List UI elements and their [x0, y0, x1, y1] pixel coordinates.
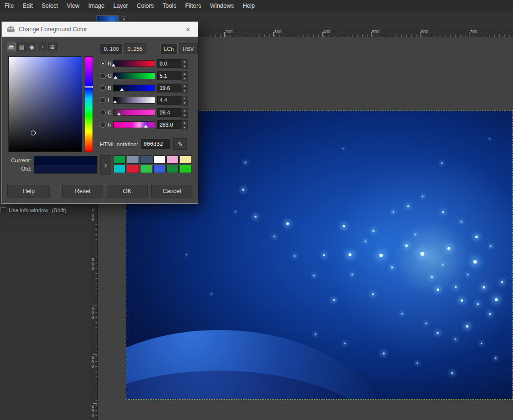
hue-label: h	[108, 122, 113, 128]
range-0-100-button[interactable]: 0..100	[100, 43, 123, 54]
spinner-down-icon[interactable]: ▼	[181, 101, 188, 106]
menu-file[interactable]: File	[0, 1, 18, 11]
reset-button[interactable]: Reset	[62, 185, 103, 198]
history-swatch[interactable]	[140, 165, 152, 173]
menu-windows[interactable]: Windows	[206, 1, 238, 11]
spinner-up-icon[interactable]: ▲	[181, 84, 188, 88]
history-swatch[interactable]	[166, 155, 179, 164]
history-swatch[interactable]	[114, 165, 126, 173]
history-swatch[interactable]	[153, 155, 165, 164]
spinner-down-icon[interactable]: ▼	[181, 88, 188, 93]
add-to-history-button[interactable]: ›	[100, 155, 111, 175]
slider-marker[interactable]	[114, 76, 117, 79]
lightness-value-field[interactable]: 4.4	[157, 96, 181, 105]
hsv-button[interactable]: HSV	[179, 43, 198, 54]
history-swatch[interactable]	[114, 155, 126, 164]
lightness-slider[interactable]	[113, 97, 155, 104]
glow-dot	[294, 255, 295, 257]
cmyk-selector-icon[interactable]: ▤	[17, 43, 26, 51]
ok-button[interactable]: OK	[107, 185, 148, 198]
glow-dot	[344, 343, 346, 344]
red-slider[interactable]	[113, 60, 155, 67]
hue-slider[interactable]	[113, 121, 155, 128]
spinner-down-icon[interactable]: ▼	[181, 76, 188, 81]
menu-filters[interactable]: Filters	[181, 1, 206, 11]
dialog-titlebar[interactable]: Change Foreground Color ✕	[2, 22, 198, 37]
spinner-up-icon[interactable]: ▲	[181, 71, 188, 76]
blue-value-field[interactable]: 19.6	[157, 84, 181, 92]
spinner-down-icon[interactable]: ▼	[181, 113, 188, 118]
cancel-button[interactable]: Cancel	[151, 185, 192, 198]
glow-dot	[422, 196, 423, 197]
menu-select[interactable]: Select	[37, 1, 62, 11]
use-info-window-checkbox[interactable]	[0, 207, 6, 213]
chroma-radio[interactable]	[100, 110, 106, 115]
red-spinner[interactable]: ▲▼	[181, 59, 188, 68]
slider-marker[interactable]	[113, 100, 117, 103]
menu-colors[interactable]: Colors	[133, 1, 159, 11]
glow-dot	[441, 162, 443, 164]
hue-radio[interactable]	[100, 122, 106, 128]
watercolor-selector-icon[interactable]: ◉	[27, 43, 36, 51]
menu-help[interactable]: Help	[238, 1, 259, 11]
spinner-up-icon[interactable]: ▲	[181, 59, 188, 64]
range-0-255-button[interactable]: 0..255	[124, 43, 147, 54]
gimp-selector-icon[interactable]	[7, 43, 16, 51]
menu-tools[interactable]: Tools	[158, 1, 181, 11]
history-swatch[interactable]	[127, 165, 139, 173]
glow-dot	[405, 244, 408, 247]
color-position-marker[interactable]	[31, 131, 36, 135]
green-value-field[interactable]: 5.1	[157, 71, 181, 80]
blue-radio[interactable]	[100, 85, 106, 91]
hue-strip[interactable]	[85, 56, 93, 152]
palette-selector-icon[interactable]: ⊞	[48, 43, 57, 51]
history-swatch[interactable]	[127, 155, 139, 164]
dialog-close-icon[interactable]: ✕	[184, 26, 193, 33]
history-swatch[interactable]	[180, 155, 192, 164]
menu-image[interactable]: Image	[84, 1, 109, 11]
hue-marker[interactable]	[85, 86, 93, 88]
menu-view[interactable]: View	[62, 1, 84, 11]
green-spinner[interactable]: ▲▼	[181, 71, 188, 80]
current-old-swatch	[34, 156, 97, 174]
help-button[interactable]: Help	[7, 185, 50, 198]
color-picker-button[interactable]: ✎	[173, 138, 187, 150]
green-radio[interactable]	[100, 73, 106, 79]
history-swatch[interactable]	[166, 165, 179, 173]
html-notation-input[interactable]	[141, 139, 170, 149]
spinner-down-icon[interactable]: ▼	[181, 64, 188, 69]
chroma-spinner[interactable]: ▲▼	[181, 108, 188, 117]
green-slider[interactable]	[113, 72, 155, 79]
wheel-selector-icon[interactable]: ◔	[38, 43, 47, 51]
lightness-radio[interactable]	[100, 97, 106, 103]
hue-value-field[interactable]: 283.0	[157, 120, 181, 129]
use-info-window-label: Use info window	[9, 207, 48, 213]
spinner-up-icon[interactable]: ▲	[181, 108, 188, 113]
blue-spinner[interactable]: ▲▼	[181, 84, 188, 92]
change-foreground-color-dialog: Change Foreground Color ✕ ▤ ◉ ◔ ⊞ 0..100…	[1, 22, 198, 204]
history-swatch[interactable]	[140, 155, 152, 164]
chroma-slider[interactable]	[113, 109, 155, 116]
glow-dot	[401, 313, 403, 314]
spinner-up-icon[interactable]: ▲	[181, 96, 188, 101]
slider-marker[interactable]	[112, 64, 116, 66]
menu-layer[interactable]: Layer	[109, 1, 133, 11]
lch-button[interactable]: LCh	[160, 43, 178, 54]
slider-marker[interactable]	[144, 125, 148, 128]
history-swatch[interactable]	[180, 165, 192, 173]
spinner-down-icon[interactable]: ▼	[181, 125, 188, 130]
slider-marker[interactable]	[120, 88, 124, 91]
slider-row-chroma: C 26.4 ▲▼	[100, 107, 194, 118]
hue-spinner[interactable]: ▲▼	[181, 120, 188, 129]
chroma-value-field[interactable]: 26.4	[157, 108, 181, 117]
slider-marker[interactable]	[117, 112, 121, 115]
blue-slider[interactable]	[113, 85, 155, 91]
saturation-value-square[interactable]	[8, 56, 82, 152]
history-swatch[interactable]	[153, 165, 165, 173]
red-radio[interactable]	[100, 61, 106, 66]
red-value-field[interactable]: 0.0	[157, 59, 181, 68]
lightness-spinner[interactable]: ▲▼	[181, 96, 188, 105]
menu-edit[interactable]: Edit	[18, 1, 37, 11]
spinner-up-icon[interactable]: ▲	[181, 120, 188, 125]
old-color-swatch[interactable]	[34, 165, 97, 173]
